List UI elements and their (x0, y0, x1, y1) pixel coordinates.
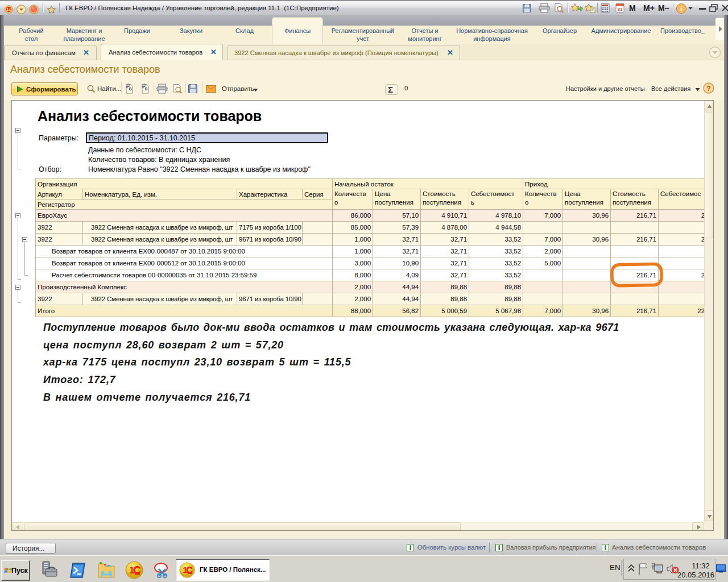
svg-text:1с: 1с (6, 7, 11, 12)
svg-text:B: B (144, 87, 147, 91)
svg-text:?: ? (706, 85, 710, 93)
svg-text:31: 31 (618, 7, 623, 12)
svg-text:B: B (129, 87, 131, 91)
